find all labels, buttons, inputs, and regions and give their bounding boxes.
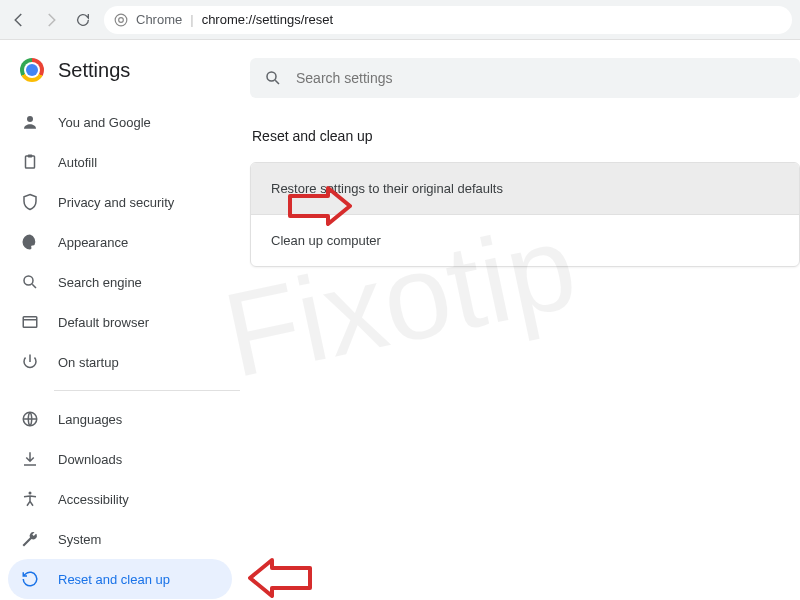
card-row-label: Clean up computer (271, 233, 381, 248)
search-input[interactable] (296, 70, 786, 86)
reload-button[interactable] (72, 9, 94, 31)
wrench-icon (20, 529, 40, 549)
sidebar-item-label: Languages (58, 412, 122, 427)
section-title: Reset and clean up (250, 128, 800, 144)
power-icon (20, 352, 40, 372)
sidebar-item-label: Appearance (58, 235, 128, 250)
address-separator: | (190, 12, 193, 27)
reset-card: Restore settings to their original defau… (250, 162, 800, 267)
clean-up-computer-row[interactable]: Clean up computer (251, 215, 799, 266)
chrome-icon (114, 13, 128, 27)
sidebar-item-label: Downloads (58, 452, 122, 467)
sidebar-item-label: You and Google (58, 115, 151, 130)
restore-defaults-row[interactable]: Restore settings to their original defau… (251, 163, 799, 215)
palette-icon (20, 232, 40, 252)
svg-rect-4 (28, 155, 33, 158)
sidebar-item-reset[interactable]: Reset and clean up (8, 559, 232, 599)
sidebar: Settings You and Google Autofill Privacy… (0, 40, 240, 600)
download-icon (20, 449, 40, 469)
main-panel: Reset and clean up Restore settings to t… (240, 40, 800, 600)
clipboard-icon (20, 152, 40, 172)
address-label: Chrome (136, 12, 182, 27)
svg-rect-6 (23, 317, 37, 328)
sidebar-item-label: Autofill (58, 155, 97, 170)
sidebar-item-label: Accessibility (58, 492, 129, 507)
address-bar[interactable]: Chrome | chrome://settings/reset (104, 6, 792, 34)
back-button[interactable] (8, 9, 30, 31)
sidebar-item-on-startup[interactable]: On startup (0, 342, 240, 382)
svg-point-8 (29, 492, 32, 495)
svg-rect-3 (26, 156, 35, 168)
forward-button[interactable] (40, 9, 62, 31)
chrome-logo-icon (20, 58, 44, 82)
card-row-label: Restore settings to their original defau… (271, 181, 503, 196)
address-url: chrome://settings/reset (202, 12, 334, 27)
sidebar-item-accessibility[interactable]: Accessibility (0, 479, 240, 519)
svg-point-2 (27, 116, 33, 122)
sidebar-item-downloads[interactable]: Downloads (0, 439, 240, 479)
sidebar-item-label: System (58, 532, 101, 547)
sidebar-item-languages[interactable]: Languages (0, 399, 240, 439)
browser-toolbar: Chrome | chrome://settings/reset (0, 0, 800, 40)
reload-icon (75, 12, 91, 28)
svg-point-9 (267, 72, 276, 81)
sidebar-item-search-engine[interactable]: Search engine (0, 262, 240, 302)
person-icon (20, 112, 40, 132)
sidebar-divider (54, 390, 240, 391)
sidebar-item-label: Search engine (58, 275, 142, 290)
sidebar-item-autofill[interactable]: Autofill (0, 142, 240, 182)
accessibility-icon (20, 489, 40, 509)
svg-point-1 (119, 17, 124, 22)
settings-header: Settings (0, 58, 240, 102)
search-icon (20, 272, 40, 292)
sidebar-item-label: Reset and clean up (58, 572, 170, 587)
search-container[interactable] (250, 58, 800, 98)
page-title: Settings (58, 59, 130, 82)
shield-icon (20, 192, 40, 212)
browser-icon (20, 312, 40, 332)
sidebar-item-label: Default browser (58, 315, 149, 330)
sidebar-item-label: Privacy and security (58, 195, 174, 210)
globe-icon (20, 409, 40, 429)
sidebar-item-default-browser[interactable]: Default browser (0, 302, 240, 342)
sidebar-item-you-and-google[interactable]: You and Google (0, 102, 240, 142)
svg-point-5 (24, 276, 33, 285)
svg-point-0 (115, 14, 127, 26)
arrow-right-icon (42, 11, 60, 29)
sidebar-item-system[interactable]: System (0, 519, 240, 559)
sidebar-item-label: On startup (58, 355, 119, 370)
arrow-left-icon (10, 11, 28, 29)
restore-icon (20, 569, 40, 589)
sidebar-item-appearance[interactable]: Appearance (0, 222, 240, 262)
sidebar-item-privacy[interactable]: Privacy and security (0, 182, 240, 222)
search-icon (264, 69, 282, 87)
